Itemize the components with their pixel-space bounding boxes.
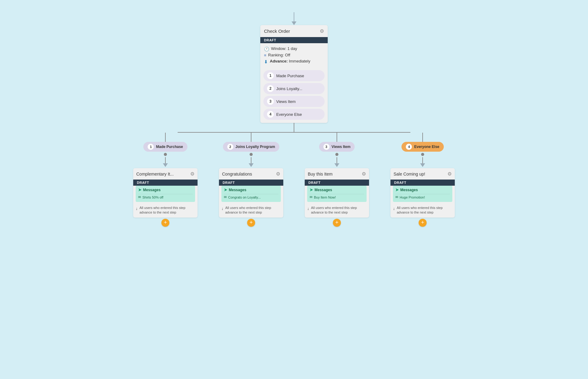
branch-number-3: 3: [267, 98, 274, 105]
messages-header-2: ➤ Messages: [224, 188, 278, 192]
ranking-label: Ranking: Off: [268, 53, 290, 57]
send-icon-2: ➤: [224, 188, 227, 192]
bottom-row: 1 Made Purchase Complementary It... ⚙ DR…: [127, 133, 461, 227]
connector-dot-4: [421, 153, 424, 156]
child-node-2: Congratulations ⚙ DRAFT ➤ Messages ✉ Con…: [219, 168, 283, 218]
advance-icon: ⬇: [264, 59, 268, 65]
messages-header-3: ➤ Messages: [310, 188, 364, 192]
advance-row-4: ↓ All users who entered this step advanc…: [390, 204, 455, 218]
child-node-1-gear-icon[interactable]: ⚙: [190, 171, 194, 177]
branch-item-2[interactable]: 2 Joins Loyalty...: [263, 83, 325, 94]
advance-row-3: ↓ All users who entered this step advanc…: [305, 204, 369, 218]
canvas: Check Order ⚙ DRAFT 🕐 Window: 1 day ≡ Ra…: [0, 0, 588, 379]
branch-label-4: Everyone Else: [276, 112, 302, 117]
child-node-4-gear-icon[interactable]: ⚙: [447, 171, 452, 177]
add-button-3[interactable]: +: [333, 219, 341, 227]
child-node-2-header: Congratulations ⚙: [219, 168, 283, 180]
connector-dot-1: [164, 153, 167, 156]
child-node-4-messages: ➤ Messages ✉ Huge Promotion!: [393, 186, 452, 202]
branch-label-3: Views Item: [276, 99, 296, 104]
main-node: Check Order ⚙ DRAFT 🕐 Window: 1 day ≡ Ra…: [260, 25, 328, 123]
add-button-4[interactable]: +: [419, 219, 427, 227]
ranking-icon: ≡: [264, 53, 266, 58]
branch4-vline-top: [422, 133, 423, 142]
branch1-arrow: [163, 163, 168, 167]
branch3-arrow: [334, 163, 339, 167]
email-icon-3: ✉: [310, 195, 312, 199]
branch-pill-4[interactable]: 4 Everyone Else: [401, 142, 443, 152]
branch-col-4: 4 Everyone Else Sale Coming up! ⚙ DRAFT …: [384, 133, 461, 227]
branch-item-1[interactable]: 1 Made Purchase: [263, 70, 325, 81]
child-node-2-messages: ➤ Messages ✉ Congrats on Loyalty...: [221, 186, 281, 202]
child-node-1-messages: ➤ Messages ✉ Shirts 50% off: [136, 186, 195, 202]
main-node-gear-icon[interactable]: ⚙: [320, 28, 324, 34]
pill-number-3: 3: [323, 144, 330, 150]
branch-item-3[interactable]: 3 Views Item: [263, 96, 325, 107]
child-node-1-header: Complementary It... ⚙: [133, 168, 198, 180]
add-button-1[interactable]: +: [161, 219, 169, 227]
window-label: Window: 1 day: [271, 46, 297, 51]
advance-label: Advance: Immediately: [270, 59, 310, 63]
child-node-3-messages: ➤ Messages ✉ Buy Item Now!: [307, 186, 367, 202]
child-node-2-title: Congratulations: [222, 172, 252, 176]
email-icon-1: ✉: [138, 195, 141, 199]
child-node-1-draft: DRAFT: [133, 180, 198, 186]
advance-arrow-2: ↓: [221, 206, 224, 211]
ranking-row: ≡ Ranking: Off: [264, 53, 324, 58]
branch-pill-3[interactable]: 3 Views Item: [319, 142, 355, 152]
messages-header-1: ➤ Messages: [138, 188, 193, 192]
child-node-3-title: Buy this Item: [308, 172, 333, 176]
child-node-4-draft: DRAFT: [390, 180, 455, 186]
window-row: 🕐 Window: 1 day: [264, 46, 324, 51]
main-node-title: Check Order: [264, 28, 290, 34]
branch1-vline-mid: [165, 157, 166, 163]
arrow-stem-top: [294, 12, 294, 21]
main-node-draft-bar: DRAFT: [260, 37, 328, 43]
pill-label-4: Everyone Else: [414, 145, 439, 149]
message-row-4: ✉ Huge Promotion!: [395, 194, 450, 200]
branch-pill-2[interactable]: 2 Joins Loyalty Program: [223, 142, 279, 152]
branch2-vline-mid: [251, 157, 251, 163]
child-node-3-header: Buy this Item ⚙: [305, 168, 369, 180]
send-icon-3: ➤: [310, 188, 313, 192]
branch-item-4[interactable]: 4 Everyone Else: [263, 109, 325, 120]
pill-label-3: Views Item: [332, 145, 351, 149]
pill-label-1: Made Purchase: [156, 145, 183, 149]
child-node-2-draft: DRAFT: [219, 180, 283, 186]
branch4-vline-mid: [422, 157, 423, 163]
branch-number-1: 1: [267, 72, 274, 79]
child-node-4-header: Sale Coming up! ⚙: [390, 168, 455, 180]
child-node-3-gear-icon[interactable]: ⚙: [362, 171, 366, 177]
message-row-2: ✉ Congrats on Loyalty...: [224, 194, 278, 200]
child-node-3: Buy this Item ⚙ DRAFT ➤ Messages ✉ Buy I…: [305, 168, 369, 218]
send-icon-1: ➤: [138, 188, 141, 192]
email-icon-2: ✉: [224, 195, 227, 199]
branch-label-1: Made Purchase: [276, 74, 304, 78]
branch-number-2: 2: [267, 85, 274, 92]
pill-number-4: 4: [406, 144, 412, 150]
advance-row: ⬇ Advance: Immediately: [264, 59, 324, 65]
add-button-2[interactable]: +: [247, 219, 255, 227]
main-vertical-line: [294, 123, 294, 132]
branch3-vline-top: [337, 133, 337, 142]
advance-row-1: ↓ All users who entered this step advanc…: [133, 204, 198, 218]
message-row-1: ✉ Shirts 50% off: [138, 194, 193, 200]
advance-row-2: ↓ All users who entered this step advanc…: [219, 204, 283, 218]
branch2-vline-top: [251, 133, 251, 142]
email-icon-4: ✉: [395, 195, 398, 199]
child-node-1-title: Complementary It...: [136, 172, 174, 176]
advance-arrow-4: ↓: [393, 206, 395, 211]
child-node-2-gear-icon[interactable]: ⚙: [276, 171, 280, 177]
main-node-header: Check Order ⚙: [260, 25, 328, 37]
branch1-vline-top: [165, 133, 166, 142]
branch-label-2: Joins Loyalty...: [276, 86, 302, 91]
main-connector: [178, 123, 410, 133]
child-node-1: Complementary It... ⚙ DRAFT ➤ Messages ✉…: [133, 168, 198, 218]
message-row-3: ✉ Buy Item Now!: [310, 194, 364, 200]
branch-pill-1[interactable]: 1 Made Purchase: [143, 142, 187, 152]
branch3-vline-mid: [337, 157, 337, 163]
connector-dot-3: [335, 153, 338, 156]
clock-icon: 🕐: [264, 47, 269, 51]
child-node-4-title: Sale Coming up!: [394, 172, 425, 176]
branch4-arrow: [420, 163, 425, 167]
